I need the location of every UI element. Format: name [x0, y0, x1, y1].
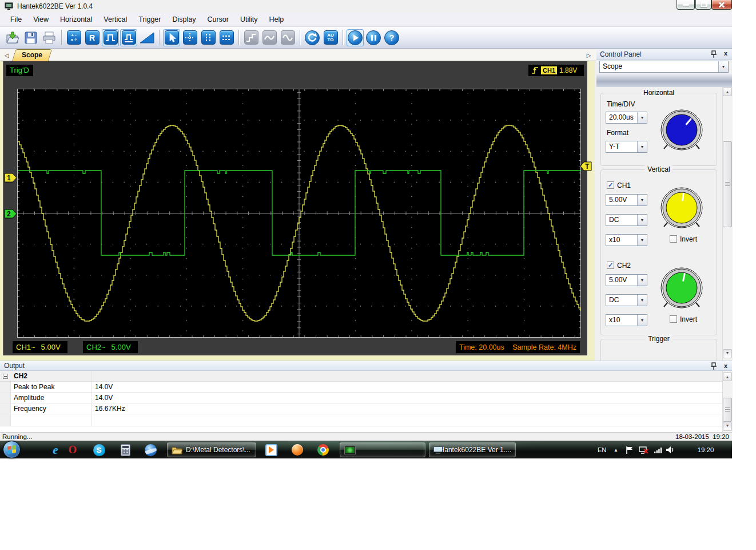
pin-icon[interactable] — [710, 362, 717, 370]
language-indicator[interactable]: EN — [598, 441, 606, 458]
tab-scroll-right-icon[interactable]: ▷ — [584, 50, 593, 60]
chrome-icon[interactable] — [316, 443, 331, 457]
close-button[interactable] — [711, 0, 732, 10]
tray-chevron-up-icon[interactable]: ▲ — [614, 441, 618, 458]
menu-horizontal[interactable]: Horizontal — [54, 13, 98, 26]
auto-set-button[interactable]: AUTO — [322, 29, 339, 46]
output-column-divider — [91, 371, 92, 426]
trigger-level-value: 1.88V — [559, 66, 577, 74]
square-wave-button[interactable] — [102, 29, 119, 46]
tab-scope[interactable]: Scope — [14, 49, 50, 61]
speaker-icon[interactable] — [666, 441, 675, 458]
horizontal-knob[interactable] — [660, 108, 703, 152]
toolbar-separator — [61, 30, 62, 45]
pause-icon — [366, 30, 381, 45]
cross-cursor-icon — [183, 30, 197, 45]
toolbar-separator — [238, 30, 239, 45]
menu-trigger[interactable]: Trigger — [133, 13, 166, 26]
collapse-icon[interactable] — [3, 374, 8, 379]
close-panel-icon[interactable]: x — [724, 362, 727, 369]
window-title: Hantek6022BE Ver 1.0.4 — [17, 2, 93, 10]
math-button[interactable]: + -x ÷ — [65, 29, 82, 46]
internet-explorer-icon[interactable]: e — [48, 443, 63, 457]
smplayer-icon[interactable] — [290, 443, 305, 457]
ch1-position-marker[interactable]: 1 — [4, 173, 18, 185]
ch1-enable-checkbox[interactable]: ✓ — [607, 181, 614, 189]
ch2-volts-select[interactable]: 5.00V ▼ — [606, 274, 647, 286]
ch1-probe-select[interactable]: x10 ▼ — [606, 234, 647, 246]
refresh-button[interactable] — [304, 29, 321, 46]
ch2-position-knob[interactable] — [660, 266, 703, 310]
menu-vertical[interactable]: Vertical — [98, 13, 133, 26]
network-disconnected-icon[interactable] — [639, 441, 648, 458]
ch2-probe-select[interactable]: x10 ▼ — [606, 314, 647, 326]
trigger-level-marker[interactable]: T — [580, 161, 592, 173]
minimize-button[interactable] — [677, 0, 695, 10]
output-scrollbar[interactable]: ▲ ▲ — [722, 371, 733, 432]
menu-help[interactable]: Help — [264, 13, 290, 26]
close-panel-icon[interactable]: x — [724, 50, 727, 57]
output-group-row[interactable]: CH2 — [0, 371, 723, 382]
menu-utility[interactable]: Utility — [234, 13, 264, 26]
printer-icon — [42, 31, 56, 44]
measure-label: Peak to Peak — [14, 383, 54, 391]
action-center-flag-icon[interactable] — [626, 441, 634, 458]
skype-icon[interactable]: S — [91, 443, 106, 457]
cursor-arrow-button[interactable] — [163, 29, 180, 46]
explorer-task-button[interactable]: D:\Metal Detectors\... — [167, 442, 256, 457]
ch2-invert-checkbox[interactable] — [670, 315, 677, 323]
cross-cursor-button[interactable] — [181, 29, 198, 46]
ch2-coupling-select[interactable]: DC ▼ — [606, 294, 647, 306]
rising-edge-icon — [531, 66, 539, 75]
google-earth-icon[interactable] — [143, 443, 158, 457]
ch2-position-marker[interactable]: 2 — [4, 209, 18, 221]
ch1-position-knob[interactable] — [660, 186, 703, 230]
restore-icon — [701, 2, 707, 7]
scope-capture-task-button[interactable] — [340, 442, 425, 457]
horizontal-cursors-button[interactable] — [218, 29, 235, 46]
pause-button[interactable] — [365, 29, 382, 46]
ch1-volts-select[interactable]: 5.00V ▼ — [606, 194, 647, 206]
restore-button[interactable] — [695, 0, 711, 10]
scope-screen[interactable] — [17, 89, 581, 338]
ch1-invert-checkbox[interactable] — [670, 235, 677, 243]
scrollbar-thumb[interactable] — [723, 398, 732, 422]
reference-button[interactable]: R — [83, 29, 101, 46]
scrollbar-thumb[interactable] — [723, 141, 732, 227]
pin-icon[interactable] — [710, 50, 717, 58]
open-file-button[interactable] — [4, 29, 21, 46]
menu-file[interactable]: File — [5, 13, 27, 26]
vertical-cursors-button[interactable] — [200, 29, 217, 46]
ramp-wave-button[interactable] — [138, 29, 156, 46]
math-icon: + -x ÷ — [67, 30, 81, 45]
start-button[interactable] — [347, 29, 364, 46]
time-div-select[interactable]: 20.00us ▼ — [606, 112, 647, 124]
format-select[interactable]: Y-T ▼ — [606, 141, 647, 153]
opera-icon[interactable]: O — [65, 443, 80, 457]
menu-cursor[interactable]: Cursor — [201, 13, 234, 26]
scroll-up-icon[interactable]: ▲ — [723, 372, 732, 381]
control-panel-scrollbar[interactable]: ▲ ▲ — [722, 87, 733, 361]
save-button[interactable] — [22, 29, 39, 46]
tab-scroll-left-icon[interactable]: ◁ — [2, 50, 11, 60]
hantek-task-button[interactable]: Hantek6022BE Ver 1.... — [429, 442, 516, 457]
scroll-down-icon[interactable]: ▲ — [723, 422, 732, 431]
calculator-icon[interactable] — [118, 443, 133, 457]
scroll-down-icon[interactable]: ▲ — [723, 349, 732, 358]
panel-mode-select[interactable]: Scope ▼ — [599, 61, 729, 73]
scroll-up-icon[interactable]: ▲ — [723, 87, 732, 96]
media-player-icon[interactable] — [264, 443, 278, 457]
menu-view[interactable]: View — [27, 13, 54, 26]
menu-display[interactable]: Display — [166, 13, 201, 26]
control-panel-header: Control Panel x — [596, 49, 732, 60]
trigger-group: Trigger — [600, 339, 717, 361]
signal-bars-icon[interactable] — [654, 441, 662, 458]
ch2-enable-checkbox[interactable]: ✓ — [607, 262, 614, 269]
ch1-coupling-select[interactable]: DC ▼ — [606, 214, 647, 226]
print-button[interactable] — [41, 29, 58, 46]
start-button[interactable] — [3, 441, 21, 458]
square-wave2-button[interactable] — [120, 29, 137, 46]
help-button[interactable]: ? — [383, 29, 400, 46]
ch2-label: CH2 — [617, 262, 631, 270]
taskbar-clock[interactable]: 19:20 — [691, 441, 721, 458]
